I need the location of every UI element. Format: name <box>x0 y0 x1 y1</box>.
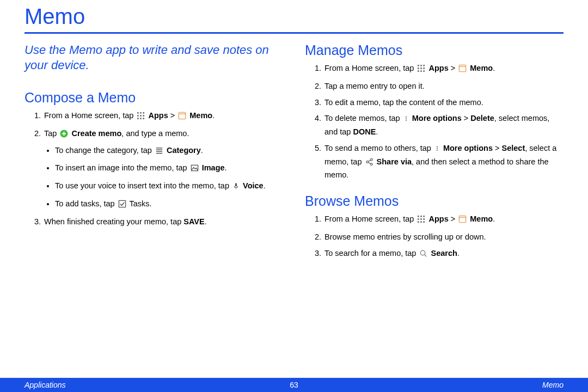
done-label: DONE <box>353 127 376 136</box>
text: . <box>457 249 460 258</box>
apps-grid-icon <box>137 112 145 124</box>
text: > <box>493 144 502 152</box>
apps-label: Apps <box>148 111 168 120</box>
manage-heading: Manage Memos <box>305 42 564 58</box>
save-label: SAVE <box>183 217 204 226</box>
text: From a Home screen, tap <box>44 111 136 120</box>
browse-step-3: To search for a memo, tap Search. <box>323 248 564 261</box>
text: . <box>493 64 495 72</box>
title-rule <box>24 32 564 34</box>
text: To change the category, tap <box>55 146 154 155</box>
category-label: Category <box>167 146 201 155</box>
text: > <box>449 64 458 72</box>
more-options-label: More options <box>443 144 493 152</box>
text: To search for a memo, tap <box>324 249 418 258</box>
voice-label: Voice <box>243 181 264 190</box>
text: . <box>376 127 378 136</box>
text: . <box>201 146 203 155</box>
memo-icon <box>458 215 467 227</box>
footer: Applications 63 Memo <box>0 378 588 392</box>
list-icon <box>155 146 163 158</box>
footer-right: Memo <box>542 381 564 389</box>
compose-step-3: When finished creating your memo, tap SA… <box>43 216 283 228</box>
apps-label: Apps <box>428 215 448 223</box>
text: . <box>225 163 227 172</box>
text: To send a memo to others, tap <box>324 144 433 152</box>
browse-step-2: Browse memo entries by scrolling up or d… <box>323 231 564 243</box>
more-vertical-icon <box>403 114 409 126</box>
footer-left: Applications <box>24 381 66 389</box>
bullet-category: To change the category, tap Category. <box>55 145 283 158</box>
compose-step-2: Tap Create memo, and type a memo. To cha… <box>43 128 283 212</box>
search-label: Search <box>431 249 457 258</box>
text: > <box>168 111 177 120</box>
search-icon <box>419 249 427 261</box>
bullet-tasks: To add tasks, tap Tasks. <box>55 198 283 212</box>
image-icon <box>191 164 199 176</box>
create-memo-label: Create memo <box>71 129 121 138</box>
checkbox-icon <box>118 200 126 212</box>
text: > <box>449 215 458 223</box>
share-icon <box>365 158 373 170</box>
apps-grid-icon <box>417 215 425 227</box>
apps-grid-icon <box>417 64 425 76</box>
text: . <box>264 181 266 190</box>
compose-steps: From a Home screen, tap Apps > Memo. Tap… <box>24 110 283 228</box>
memo-icon <box>178 112 186 124</box>
select-label: Select <box>501 144 525 152</box>
manage-step-3: To edit a memo, tap the content of the m… <box>323 97 564 109</box>
text: > <box>462 114 471 122</box>
manage-step-2: Tap a memo entry to open it. <box>323 81 564 93</box>
text: To delete memos, tap <box>324 114 402 122</box>
text: . <box>212 111 215 120</box>
intro-text: Use the Memo app to write and save notes… <box>24 41 283 89</box>
text: To use your voice to insert text into th… <box>55 181 231 190</box>
bullet-image: To insert an image into the memo, tap Im… <box>55 162 283 176</box>
manage-step-5: To send a memo to others, tap More optio… <box>323 143 564 181</box>
manage-steps: From a Home screen, tap Apps > Memo. Tap… <box>305 63 564 181</box>
text: From a Home screen, tap <box>324 215 416 223</box>
manage-step-4: To delete memos, tap More options > Dele… <box>323 113 564 138</box>
memo-label: Memo <box>470 64 493 72</box>
more-vertical-icon <box>434 144 440 156</box>
memo-icon <box>458 64 467 76</box>
browse-step-1: From a Home screen, tap Apps > Memo. <box>323 213 564 227</box>
text: From a Home screen, tap <box>324 64 416 72</box>
two-column-layout: Use the Memo app to write and save notes… <box>24 41 564 265</box>
microphone-icon <box>232 182 240 194</box>
tasks-label: Tasks. <box>127 199 152 208</box>
manage-step-1: From a Home screen, tap Apps > Memo. <box>323 63 564 76</box>
share-via-label: Share via <box>377 157 412 166</box>
apps-label: Apps <box>428 64 448 72</box>
page-title: Memo <box>24 0 564 32</box>
text: When finished creating your memo, tap <box>44 217 183 226</box>
compose-bullets: To change the category, tap Category. To… <box>44 145 283 212</box>
text: To insert an image into the memo, tap <box>55 163 189 172</box>
memo-label: Memo <box>470 215 493 223</box>
browse-steps: From a Home screen, tap Apps > Memo. Bro… <box>305 213 564 261</box>
memo-label: Memo <box>189 111 212 120</box>
right-column: Manage Memos From a Home screen, tap App… <box>305 41 564 265</box>
compose-step-1: From a Home screen, tap Apps > Memo. <box>43 110 283 124</box>
delete-label: Delete <box>470 114 494 122</box>
text: . <box>493 215 495 223</box>
more-options-label: More options <box>412 114 462 122</box>
image-label: Image <box>202 163 225 172</box>
left-column: Use the Memo app to write and save notes… <box>24 41 283 265</box>
text: To add tasks, tap <box>55 199 117 208</box>
plus-circle-icon <box>60 130 68 142</box>
text: . <box>205 217 207 226</box>
text: , and type a memo. <box>121 129 189 138</box>
browse-heading: Browse Memos <box>305 193 564 209</box>
bullet-voice: To use your voice to insert text into th… <box>55 180 283 194</box>
text: Tap <box>44 129 59 138</box>
footer-page-number: 63 <box>290 381 298 389</box>
compose-heading: Compose a Memo <box>24 90 283 106</box>
